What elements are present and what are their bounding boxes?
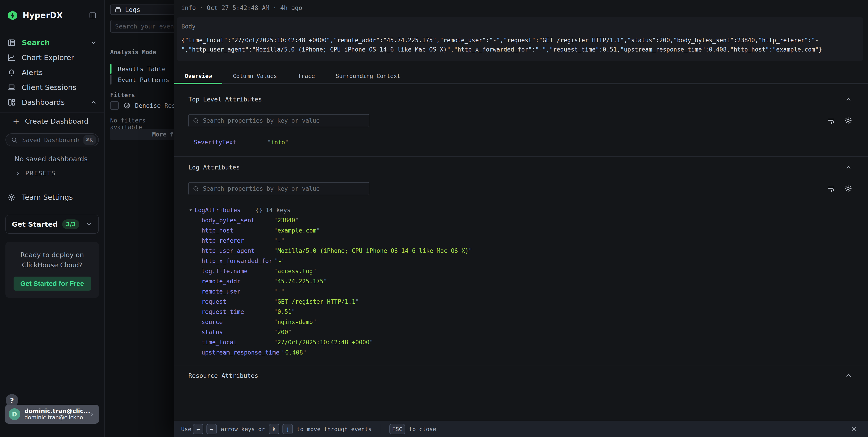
attribute-key[interactable]: remote_addr [202,278,274,285]
tab-surrounding-context[interactable]: Surrounding Context [325,70,411,83]
tab-trace[interactable]: Trace [287,70,325,83]
section-header: Resource Attributes [188,372,852,379]
attribute-value[interactable]: "-" [275,258,285,264]
sidebar-item-chart-explorer[interactable]: Chart Explorer [0,50,104,65]
property-search-input[interactable] [203,185,365,192]
close-icon[interactable] [850,425,858,433]
tree-root-key[interactable]: LogAttributes [194,207,241,213]
attribute-value[interactable]: "45.74.225.175" [274,278,327,285]
gear-icon [7,193,16,202]
section-log-attributes: Log Attributes LogAttributes {}14 keys b… [174,164,868,358]
relative-time: 4h ago [280,4,302,11]
sidebar-item-label: Chart Explorer [22,53,74,62]
attribute-value[interactable]: "-" [274,237,284,244]
attribute-row: remote_addr"45.74.225.175" [202,276,852,286]
saved-dashboards-search[interactable]: ⌘K [5,133,99,146]
attribute-value[interactable]: "GET /register HTTP/1.1" [274,298,359,305]
mode-event-patterns[interactable]: Event Patterns [110,74,174,85]
attribute-value[interactable]: "Mozilla/5.0 (iPhone; CPU iPhone OS 14_6… [274,247,472,254]
attribute-key[interactable]: log.file.name [202,268,274,274]
attribute-key[interactable]: body_bytes_sent [202,217,274,224]
attribute-value[interactable]: "0.51" [274,308,295,315]
get-started-label: Get Started [12,220,58,228]
attribute-value[interactable]: "example.com" [274,227,320,234]
attribute-key[interactable]: http_user_agent [202,247,274,254]
caret-down-icon[interactable] [189,208,192,212]
attribute-key[interactable]: upstream_response_time [202,349,282,356]
attribute-row: source"nginx-demo" [202,317,852,327]
active-bar [110,64,112,74]
attribute-value[interactable]: "access.log" [274,268,316,274]
attribute-key[interactable]: remote_user [202,288,274,295]
attribute-value[interactable]: "-" [274,288,284,295]
attribute-key[interactable]: time_local [202,339,274,346]
gear-icon[interactable] [844,184,852,193]
event-search-input[interactable] [110,20,174,33]
user-account-chip[interactable]: D dominic.tran@clic... dominic.tran@clic… [5,405,99,424]
denoise-checkbox[interactable] [110,101,119,110]
sidebar-item-alerts[interactable]: Alerts [0,65,104,80]
separator-dot: · [199,4,203,11]
clickhouse-cloud-promo: Ready to deploy on ClickHouse Cloud? Get… [5,242,99,298]
attribute-key[interactable]: status [202,329,274,336]
attribute-key[interactable]: request_time [202,308,274,315]
sidebar-item-search[interactable]: Search [0,35,104,50]
chevron-down-icon[interactable] [90,39,97,46]
section-toolbar [188,182,852,195]
chevron-up-icon[interactable] [845,372,852,379]
presets-toggle[interactable]: PRESETS [15,170,104,177]
create-dashboard-button[interactable]: + Create Dashboard [0,114,104,128]
laptop-icon [7,83,16,92]
attribute-key[interactable]: source [202,318,274,325]
team-settings-item[interactable]: Team Settings [7,193,104,202]
bell-icon [7,68,16,77]
attribute-key[interactable]: request [202,298,274,305]
tab-overview[interactable]: Overview [174,70,222,83]
event-header: info · Oct 27 5:42:48 AM · 4h ago [174,0,868,14]
tree-root-row[interactable]: LogAttributes {}14 keys [189,205,852,215]
attribute-key[interactable]: http_x_forwarded_for [202,258,275,264]
attribute-key[interactable]: SeverityText [194,139,267,146]
saved-dashboards-input[interactable] [22,136,80,144]
search-explorer-panel: Logs Analysis Mode Results Table Event P… [105,0,174,437]
attribute-value[interactable]: "23840" [274,217,299,224]
attribute-value[interactable]: "nginx-demo" [274,318,316,325]
property-search-input[interactable] [203,117,365,124]
attribute-value[interactable]: "0.408" [282,349,306,356]
chevron-right-icon [15,170,21,176]
attribute-row: http_referer"-" [202,235,852,246]
attribute-tree: LogAttributes {}14 keys body_bytes_sent"… [188,205,852,358]
property-search[interactable] [188,114,369,127]
sidebar-item-dashboards[interactable]: Dashboards [0,95,104,110]
promo-line-1: Ready to deploy on [11,250,93,260]
denoise-results-option[interactable]: Denoise Results [110,101,174,110]
chevron-right-icon [89,411,95,417]
mode-results-table[interactable]: Results Table [110,64,174,74]
attribute-row: remote_user"-" [202,286,852,297]
section-top-level-attributes: Top Level Attributes SeverityText "info" [174,96,868,147]
gear-icon[interactable] [844,116,852,125]
sidebar-collapse-button[interactable] [89,11,97,19]
source-select-button[interactable]: Logs [110,4,174,15]
get-started-toggle[interactable]: Get Started 3/3 [5,215,99,234]
attribute-key[interactable]: http_host [202,227,274,234]
sidebar-item-client-sessions[interactable]: Client Sessions [0,80,104,95]
chevron-up-icon[interactable] [90,99,97,106]
brand-title: HyperDX [23,11,63,20]
attribute-value[interactable]: "info" [267,139,288,146]
toolbar-icons [827,116,852,125]
text-wrap-icon[interactable] [827,184,835,193]
sidebar: HyperDX Search Chart Explorer Alerts Cli… [0,0,105,437]
tab-column-values[interactable]: Column Values [222,70,287,83]
more-filters-button[interactable]: More filters [110,129,174,140]
chevron-up-icon[interactable] [845,164,852,171]
attribute-value[interactable]: "27/Oct/2025:10:42:48 +0000" [274,339,373,346]
text-wrap-icon[interactable] [827,116,835,125]
attribute-key[interactable]: http_referer [202,237,274,244]
body-json-text[interactable]: {"time_local":"27/Oct/2025:10:42:48 +000… [181,36,825,54]
attribute-value[interactable]: "200" [274,329,291,336]
search-icon [11,136,18,143]
chevron-up-icon[interactable] [845,96,852,103]
get-started-free-button[interactable]: Get Started for Free [13,276,91,291]
property-search[interactable] [188,182,369,195]
